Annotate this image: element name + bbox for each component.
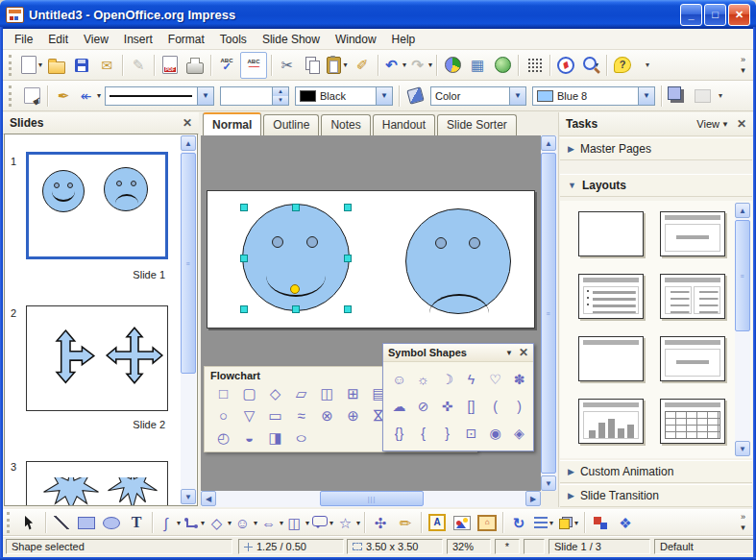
- slide-2-thumbnail[interactable]: [26, 305, 168, 411]
- selection-handle-w[interactable]: [240, 255, 248, 262]
- from-file-button[interactable]: [451, 511, 474, 534]
- format-paintbrush-button[interactable]: ✐: [351, 54, 374, 77]
- glue-points-button[interactable]: ✏: [394, 511, 417, 534]
- cut-button[interactable]: ✂: [276, 54, 299, 77]
- toolbar-options-icon[interactable]: ▾: [719, 91, 722, 100]
- selection-handle-sw[interactable]: [240, 305, 248, 313]
- redo-button[interactable]: ↷▾: [408, 54, 432, 77]
- minimize-button[interactable]: _: [680, 4, 702, 26]
- chevron-down-icon[interactable]: ▼: [197, 87, 213, 105]
- fill-style-button[interactable]: [403, 85, 427, 108]
- toolbar-grip[interactable]: [7, 512, 13, 533]
- octagon-bezel-shape[interactable]: ◉: [483, 420, 507, 447]
- navigator-button[interactable]: [554, 54, 577, 77]
- fontwork-gallery-button[interactable]: A: [426, 511, 449, 534]
- section-master-pages[interactable]: ▶ Master Pages: [560, 137, 752, 160]
- scrollbar-thumb[interactable]: ≡: [181, 153, 196, 374]
- selection-handle-nw[interactable]: [240, 204, 248, 211]
- gallery-button[interactable]: ⌂: [476, 511, 499, 534]
- line-color-select[interactable]: Black ▼: [295, 86, 393, 106]
- new-button[interactable]: ▾: [20, 54, 43, 77]
- moon-shape[interactable]: ☽: [435, 366, 459, 393]
- layout-thumb-centered-text[interactable]: [660, 336, 725, 381]
- scroll-up-button[interactable]: ▲: [541, 135, 556, 151]
- selection-handle-ne[interactable]: [344, 204, 352, 211]
- menu-window[interactable]: Window: [328, 30, 384, 49]
- magnetic-disc-shape[interactable]: ◒: [236, 426, 262, 449]
- arrange-button[interactable]: ▾: [557, 511, 580, 534]
- selection-handle-n[interactable]: [292, 204, 300, 211]
- toolbar-overflow[interactable]: »▾: [741, 512, 745, 533]
- punched-tape-shape[interactable]: ≈: [288, 404, 314, 426]
- slide-3-thumbnail[interactable]: [26, 461, 168, 506]
- edit-file-button[interactable]: ✎: [127, 54, 150, 77]
- layout-thumb-title-chart[interactable]: [578, 399, 644, 444]
- select-button[interactable]: [18, 511, 41, 534]
- status-zoom[interactable]: 32%: [447, 539, 491, 554]
- dropdown-arrow-icon[interactable]: ▾: [574, 519, 578, 527]
- dropdown-arrow-icon[interactable]: ▾: [254, 519, 257, 527]
- basic-shapes-button[interactable]: ◇▾: [207, 511, 232, 534]
- open-button[interactable]: [45, 54, 68, 77]
- diamond-bezel-shape[interactable]: ◈: [507, 420, 531, 447]
- layout-thumb-title-only[interactable]: [578, 336, 644, 381]
- line-style-select[interactable]: ▼: [105, 86, 214, 106]
- arrow-style-button[interactable]: ↞▾: [77, 85, 101, 108]
- insert-chart-button[interactable]: [441, 54, 464, 77]
- spinner-buttons[interactable]: ▲▼: [272, 87, 288, 105]
- maximize-button[interactable]: □: [704, 4, 726, 26]
- menu-edit[interactable]: Edit: [40, 30, 76, 49]
- stars-button[interactable]: ☆▾: [336, 511, 360, 534]
- layout-scrollbar[interactable]: ▲ ≡ ▼: [735, 203, 750, 456]
- tab-normal[interactable]: Normal: [203, 112, 261, 135]
- scroll-up-button[interactable]: ▲: [735, 203, 750, 218]
- sun-shape[interactable]: ☼: [411, 366, 435, 393]
- puzzle-shape[interactable]: ✜: [435, 393, 459, 420]
- menu-help[interactable]: Help: [384, 30, 424, 49]
- canvas-vertical-scrollbar[interactable]: ▲ ≡ ▼: [541, 135, 557, 491]
- dropdown-arrow-icon[interactable]: ▾: [549, 519, 553, 527]
- toolbar-options-button[interactable]: ▾: [636, 54, 659, 77]
- square-bezel-shape[interactable]: ⊡: [459, 420, 483, 447]
- chevron-down-icon[interactable]: ▼: [638, 87, 654, 105]
- symbol-shapes-palette[interactable]: Symbol Shapes ▼ ✕ ☺☼☽ϟ♡✽☁⊘✜[](){}{}⊡◉◈: [382, 343, 534, 451]
- status-slide[interactable]: Slide 1 / 3: [549, 539, 650, 554]
- alternate-process-shape[interactable]: ▢: [236, 382, 262, 404]
- copy-button[interactable]: [301, 54, 324, 77]
- double-bracket-shape[interactable]: []: [459, 393, 483, 420]
- line-button[interactable]: [50, 511, 73, 534]
- spin-down-icon[interactable]: ▼: [272, 96, 288, 105]
- paste-button[interactable]: ▾: [326, 54, 349, 77]
- edit-points-mode-button[interactable]: [20, 85, 43, 108]
- fill-type-select[interactable]: Color ▼: [430, 86, 526, 106]
- data-shape[interactable]: ▱: [288, 382, 314, 404]
- canvas-horizontal-scrollbar[interactable]: ◀ ||| ▶: [201, 491, 541, 507]
- layout-thumb-title-bullets[interactable]: [578, 274, 644, 319]
- dropdown-arrow-icon[interactable]: ▾: [305, 519, 309, 527]
- card-shape[interactable]: ▭: [262, 404, 288, 426]
- line-properties-button[interactable]: ✒: [52, 85, 75, 108]
- smiley-shape-selected[interactable]: [242, 204, 350, 311]
- selection-handle-se[interactable]: [344, 305, 352, 313]
- interaction-button[interactable]: [589, 511, 612, 534]
- rotate-button[interactable]: ↻: [507, 511, 530, 534]
- scrollbar-thumb[interactable]: ≡: [735, 220, 750, 331]
- points-button[interactable]: ✣: [369, 511, 392, 534]
- chevron-down-icon[interactable]: ▼: [505, 349, 513, 357]
- connector-button[interactable]: ▾: [183, 511, 206, 534]
- spellcheck-button[interactable]: [215, 54, 238, 77]
- left-bracket-shape[interactable]: (: [483, 393, 507, 420]
- menu-format[interactable]: Format: [160, 30, 212, 49]
- view-menu[interactable]: View: [696, 118, 719, 130]
- decision-shape[interactable]: ◇: [262, 382, 288, 404]
- scrollbar-thumb[interactable]: ≡: [541, 153, 556, 474]
- status-style[interactable]: Default: [654, 539, 754, 554]
- flower-shape[interactable]: ✽: [507, 366, 531, 393]
- export-pdf-button[interactable]: [159, 54, 182, 77]
- lightning-bolt-shape[interactable]: ϟ: [459, 366, 483, 393]
- selection-handle-e[interactable]: [344, 255, 352, 262]
- chevron-down-icon[interactable]: ▼: [721, 120, 729, 129]
- off-page-connector-shape[interactable]: ▽: [236, 404, 262, 426]
- scroll-down-button[interactable]: ▼: [181, 489, 196, 504]
- internal-storage-shape[interactable]: ⊞: [340, 382, 366, 404]
